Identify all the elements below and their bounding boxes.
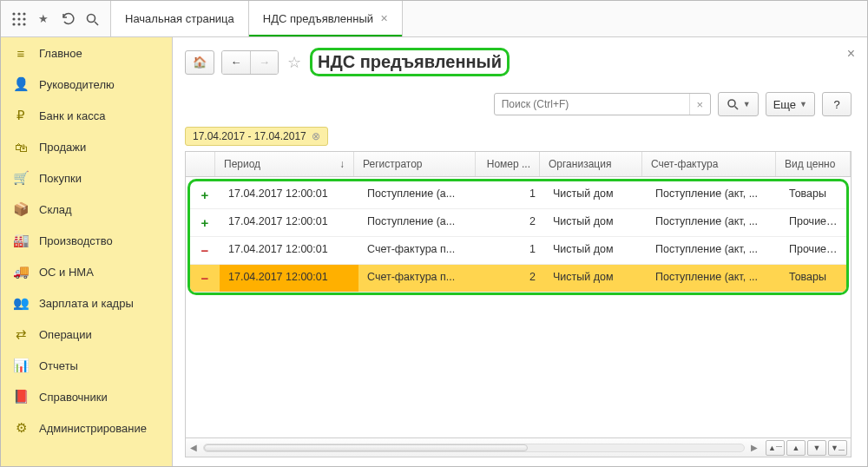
nav-history: ← → — [221, 50, 279, 75]
sidebar-item-label: Администрирование — [39, 422, 147, 435]
sidebar-item-main[interactable]: ≡Главное — [1, 37, 172, 69]
table-row[interactable]: − 17.04.2017 12:00:01 Счет-фактура п... … — [190, 237, 846, 265]
ops-icon: ⇄ — [13, 326, 29, 342]
next-row-button[interactable]: ▼ — [807, 440, 826, 456]
book-icon: 📕 — [13, 389, 29, 405]
th-type[interactable]: Вид ценно — [776, 152, 851, 176]
svg-point-4 — [17, 17, 20, 20]
more-button[interactable]: Еще ▼ — [766, 92, 815, 116]
cell-period: 17.04.2017 12:00:01 — [220, 209, 358, 236]
last-row-button[interactable]: ▼— — [828, 440, 847, 456]
th-number[interactable]: Номер ... — [476, 152, 540, 176]
chevron-down-icon: ▼ — [743, 100, 751, 109]
menu-icon: ≡ — [13, 45, 29, 61]
cell-org: Чистый дом — [544, 237, 647, 264]
svg-point-7 — [17, 23, 20, 25]
tab-label: Начальная страница — [125, 12, 234, 25]
apps-icon[interactable] — [11, 11, 27, 27]
help-button[interactable]: ? — [822, 92, 852, 116]
scroll-thumb[interactable] — [204, 444, 528, 451]
th-icon[interactable] — [186, 152, 215, 176]
sidebar-item-label: Справочники — [39, 391, 108, 404]
sidebar-item-label: ОС и НМА — [39, 266, 94, 279]
sidebar-item-stock[interactable]: 📦Склад — [1, 194, 172, 225]
factory-icon: 🏭 — [13, 233, 29, 248]
table-row[interactable]: + 17.04.2017 12:00:01 Поступление (а... … — [190, 181, 846, 209]
sidebar-item-assets[interactable]: 🚚ОС и НМА — [1, 256, 172, 287]
person-icon: 👥 — [13, 295, 29, 311]
cell-type: Прочие ра... — [780, 209, 846, 236]
cell-registrar: Счет-фактура п... — [358, 265, 480, 292]
sidebar-item-bank[interactable]: ₽Банк и касса — [1, 100, 172, 131]
sidebar-item-manager[interactable]: 👤Руководителю — [1, 69, 172, 100]
scroll-track[interactable] — [203, 444, 745, 452]
th-period[interactable]: Период↓ — [215, 152, 354, 176]
close-icon[interactable]: ✕ — [380, 13, 388, 24]
svg-point-5 — [23, 17, 25, 20]
row-sign-icon: + — [190, 209, 220, 236]
sidebar-item-salary[interactable]: 👥Зарплата и кадры — [1, 287, 172, 319]
titlebar-tools: ★ — [1, 1, 111, 36]
cell-invoice: Поступление (акт, ... — [647, 209, 780, 236]
help-label: ? — [833, 98, 839, 111]
scroll-right-icon[interactable]: ▶ — [746, 443, 762, 452]
tab-current[interactable]: НДС предъявленный ✕ — [249, 1, 403, 36]
cell-period: 17.04.2017 12:00:01 — [220, 265, 358, 292]
history-icon[interactable] — [60, 11, 76, 27]
sidebar-item-reports[interactable]: 📊Отчеты — [1, 350, 172, 381]
sidebar-item-label: Банк и касса — [39, 109, 106, 122]
row-sign-icon: − — [190, 237, 220, 264]
page-title: НДС предъявленный — [310, 48, 510, 76]
cell-org: Чистый дом — [544, 265, 647, 292]
scroll-left-icon[interactable]: ◀ — [186, 443, 201, 452]
svg-point-1 — [17, 12, 20, 15]
star-icon[interactable]: ★ — [36, 11, 51, 27]
favorite-icon[interactable]: ☆ — [286, 53, 303, 72]
ruble-icon: ₽ — [13, 108, 29, 123]
cell-registrar: Счет-фактура п... — [358, 237, 480, 264]
box-icon: 📦 — [13, 201, 29, 217]
clear-search-icon[interactable]: × — [689, 94, 710, 115]
svg-point-0 — [12, 12, 15, 15]
back-button[interactable]: ← — [222, 51, 250, 74]
sidebar-item-purchases[interactable]: 🛒Покупки — [1, 162, 172, 194]
forward-button[interactable]: → — [250, 51, 278, 74]
table-row[interactable]: + 17.04.2017 12:00:01 Поступление (а... … — [190, 209, 846, 237]
home-button[interactable]: 🏠 — [185, 50, 214, 75]
cell-type: Товары — [780, 181, 846, 208]
more-label: Еще — [773, 98, 796, 111]
sidebar-item-refs[interactable]: 📕Справочники — [1, 381, 172, 412]
cell-registrar: Поступление (а... — [358, 209, 480, 236]
user-icon: 👤 — [13, 76, 29, 92]
th-registrar[interactable]: Регистратор — [354, 152, 476, 176]
cell-number: 1 — [480, 181, 544, 208]
sidebar-item-admin[interactable]: ⚙Администрирование — [1, 412, 172, 444]
prev-row-button[interactable]: ▲ — [786, 440, 806, 456]
sidebar-item-production[interactable]: 🏭Производство — [1, 225, 172, 256]
th-invoice[interactable]: Счет-фактура — [642, 152, 776, 176]
search-icon[interactable] — [84, 11, 100, 27]
svg-point-2 — [23, 12, 25, 15]
cell-org: Чистый дом — [544, 209, 647, 236]
search-dropdown-button[interactable]: ▼ — [718, 92, 759, 116]
date-filter-chip[interactable]: 17.04.2017 - 17.04.2017 ⊗ — [185, 127, 328, 146]
sidebar-item-operations[interactable]: ⇄Операции — [1, 319, 172, 350]
first-row-button[interactable]: ▲— — [766, 440, 785, 456]
cell-invoice: Поступление (акт, ... — [647, 265, 780, 292]
sidebar-item-sales[interactable]: 🛍Продажи — [1, 131, 172, 162]
cell-type: Прочие ра... — [780, 237, 846, 264]
clear-filter-icon[interactable]: ⊗ — [312, 130, 320, 142]
table-row-selected[interactable]: − 17.04.2017 12:00:01 Счет-фактура п... … — [190, 265, 846, 293]
svg-line-12 — [734, 107, 738, 110]
truck-icon: 🚚 — [13, 264, 29, 280]
tab-home[interactable]: Начальная страница — [111, 1, 249, 36]
cell-number: 2 — [480, 209, 544, 236]
close-page-icon[interactable]: × — [847, 46, 855, 62]
cell-period: 17.04.2017 12:00:01 — [220, 237, 358, 264]
svg-point-11 — [728, 100, 735, 107]
cell-number: 2 — [480, 265, 544, 292]
row-nav-buttons: ▲— ▲ ▼ ▼— — [762, 440, 851, 456]
horizontal-scrollbar[interactable]: ◀ ▶ ▲— ▲ ▼ ▼— — [186, 437, 851, 457]
search-input[interactable] — [495, 98, 689, 110]
th-org[interactable]: Организация — [540, 152, 642, 176]
